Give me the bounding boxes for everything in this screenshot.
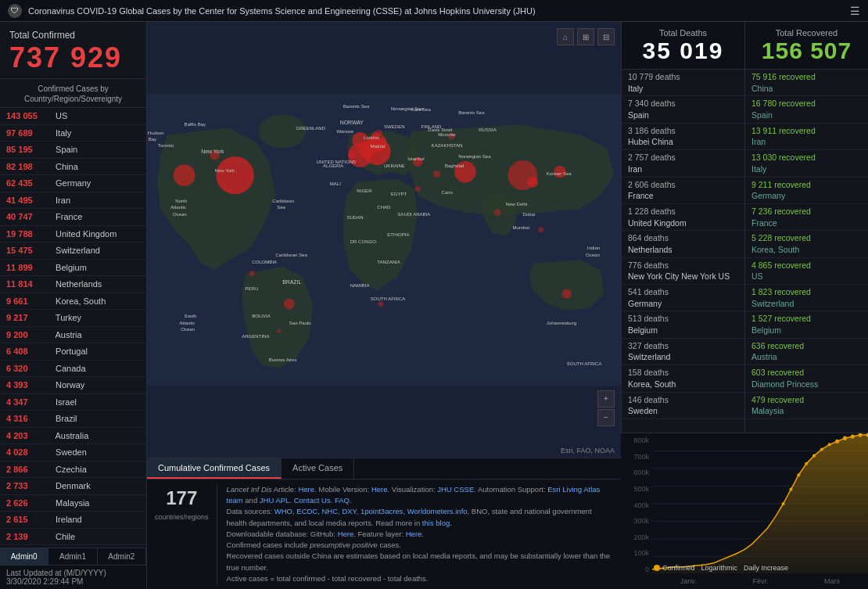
map-btn-grid[interactable]: ⊟ (597, 28, 615, 45)
country-list-item[interactable]: 143 055 US (0, 108, 146, 125)
svg-text:SOUTH AFRICA: SOUTH AFRICA (371, 296, 407, 301)
country-count: 4 347 (6, 396, 53, 409)
info-text: Lancet Inf Dis Article: Here. Mobile Ver… (227, 484, 613, 584)
country-count: 4 393 (6, 379, 53, 392)
svg-text:COLOMBIA: COLOMBIA (252, 260, 278, 264)
svg-text:GREENLAND: GREENLAND (296, 126, 325, 131)
recovered-item-location: Malaysia (751, 406, 784, 415)
country-list-item[interactable]: 11 814 Netherlands (0, 276, 146, 293)
country-list-item[interactable]: 4 393 Norway (0, 377, 146, 394)
svg-text:ETHIOPIA: ETHIOPIA (387, 232, 410, 237)
country-list-item[interactable]: 85 195 Spain (0, 142, 146, 159)
legend-daily-label[interactable]: Daily Increase (744, 564, 788, 572)
country-list-item[interactable]: 4 347 Israel (0, 394, 146, 411)
deaths-list-item: 864 deathsNetherlands (622, 231, 744, 257)
country-name: Norway (53, 379, 84, 392)
country-list-item[interactable]: 4 316 Brazil (0, 411, 146, 428)
country-list-item[interactable]: 9 661 Korea, South (0, 293, 146, 311)
country-name: Malaysia (53, 497, 89, 510)
recovered-list-item: 9 211 recoveredGermany (745, 178, 868, 204)
svg-point-101 (835, 440, 839, 444)
svg-text:New York: New York (201, 149, 224, 154)
last-updated-label: Last Updated at (M/D/YYYY) (6, 569, 140, 577)
admin-tab-admin1[interactable]: Admin1 (48, 548, 97, 565)
country-list-item[interactable]: 2 626 Malaysia (0, 495, 146, 512)
country-list-item[interactable]: 4 028 Sweden (0, 444, 146, 462)
country-list-item[interactable]: 62 435 Germany (0, 175, 146, 192)
country-list-item[interactable]: 6 320 Canada (0, 361, 146, 378)
svg-text:Warsaw: Warsaw (336, 129, 353, 134)
svg-point-15 (562, 289, 572, 299)
zoom-out-button[interactable]: − (597, 409, 615, 426)
country-count: 9 217 (6, 311, 53, 325)
country-list-item[interactable]: 40 747 France (0, 209, 146, 226)
svg-text:Bay: Bay (149, 137, 157, 142)
countries-label: countries/regions (155, 512, 209, 523)
deaths-item-count: 158 deaths (628, 368, 669, 377)
recovered-list-item: 13 030 recoveredItaly (745, 150, 868, 177)
svg-text:North: North (175, 199, 187, 203)
svg-text:Moscow: Moscow (438, 132, 456, 137)
country-list-item[interactable]: 2 615 Ireland (0, 512, 146, 529)
country-count: 2 626 (6, 497, 53, 510)
svg-text:Indian: Indian (587, 246, 600, 250)
country-name: Australia (53, 429, 88, 443)
zoom-in-button[interactable]: + (597, 390, 615, 408)
admin-tab-admin2[interactable]: Admin2 (98, 548, 146, 565)
recovered-list-item: 1 823 recoveredSwitzerland (745, 285, 868, 311)
deaths-item-location: Korea, South (628, 379, 676, 389)
recovered-item-location: Iran (751, 137, 766, 146)
country-list-item[interactable]: 82 198 China (0, 159, 146, 176)
legend-daily[interactable]: Daily Increase (744, 564, 788, 572)
deaths-item-location: Iran (628, 164, 642, 174)
svg-text:Barents Sea: Barents Sea (458, 110, 485, 115)
country-count: 40 747 (6, 210, 53, 224)
map-tab-cumulative-confirmed-cases[interactable]: Cumulative Confirmed Cases (147, 458, 282, 479)
country-list-item[interactable]: 2 139 Chile (0, 529, 146, 546)
legend-logarithmic-label[interactable]: Logarithmic (701, 564, 738, 572)
country-list-item[interactable]: 6 408 Portugal (0, 343, 146, 361)
country-list-item[interactable]: 2 733 Denmark (0, 478, 146, 495)
svg-text:Norwegian Sea: Norwegian Sea (458, 154, 491, 159)
right-container: Total Deaths 35 019 10 779 deathsItaly7 … (621, 22, 868, 589)
country-name: Italy (53, 127, 71, 140)
hamburger-menu[interactable]: ☰ (850, 5, 860, 17)
country-list-item[interactable]: 97 689 Italy (0, 125, 146, 142)
deaths-item-location: Sweden (628, 406, 658, 415)
country-list-item[interactable]: 15 475 Switzerland (0, 242, 146, 260)
info-line-2: Data sources: WHO, ECDC, NHC, DXY, 1poin… (227, 506, 613, 529)
svg-point-110 (797, 473, 800, 476)
deaths-list-item: 327 deathsSwitzerland (622, 339, 744, 365)
country-list-item[interactable]: 2 866 Czechia (0, 462, 146, 479)
svg-point-14 (284, 299, 295, 310)
map-btn-home[interactable]: ⌂ (557, 28, 574, 45)
country-list[interactable]: 143 055 US97 689 Italy85 195 Spain82 198… (0, 108, 146, 548)
admin-tab-admin0[interactable]: Admin0 (0, 548, 48, 565)
svg-text:SAUDI ARABIA: SAUDI ARABIA (397, 212, 431, 217)
country-count: 11 814 (6, 278, 53, 291)
country-list-item[interactable]: 11 899 Belgium (0, 260, 146, 277)
country-list-item[interactable]: 41 495 Iran (0, 192, 146, 210)
country-list-item[interactable]: 19 788 United Kingdom (0, 226, 146, 243)
map-tab-active-cases[interactable]: Active Cases (282, 458, 354, 479)
country-list-item[interactable]: 9 217 Turkey (0, 310, 146, 327)
svg-text:New York: New York (215, 168, 236, 173)
svg-text:Ocean: Ocean (586, 253, 600, 257)
chart-y-label: 800k (633, 436, 649, 444)
legend-logarithmic[interactable]: Logarithmic (701, 564, 738, 572)
svg-text:London: London (364, 135, 379, 140)
chart-x-label: Févr. (752, 577, 768, 585)
svg-text:Atlantic: Atlantic (170, 205, 186, 210)
map-container[interactable]: New York SWEDEN FINLAND NORWAY UKRAINE K… (147, 22, 621, 458)
recovered-number: 156 507 (753, 38, 860, 64)
map-btn-search[interactable]: ⊞ (577, 28, 594, 45)
deaths-item-count: 1 228 deaths (628, 207, 676, 216)
svg-text:BRAZIL: BRAZIL (282, 279, 301, 285)
svg-text:Barents Sea: Barents Sea (343, 104, 370, 109)
world-map: New York SWEDEN FINLAND NORWAY UKRAINE K… (147, 22, 621, 458)
header-title: Coronavirus COVID-19 Global Cases by the… (28, 6, 536, 16)
country-list-item[interactable]: 9 200 Austria (0, 327, 146, 344)
deaths-list: 10 779 deathsItaly7 340 deathsSpain3 186… (622, 70, 744, 433)
country-list-item[interactable]: 4 203 Australia (0, 428, 146, 445)
chart-legend: Confirmed Logarithmic Daily Increase (654, 564, 788, 572)
